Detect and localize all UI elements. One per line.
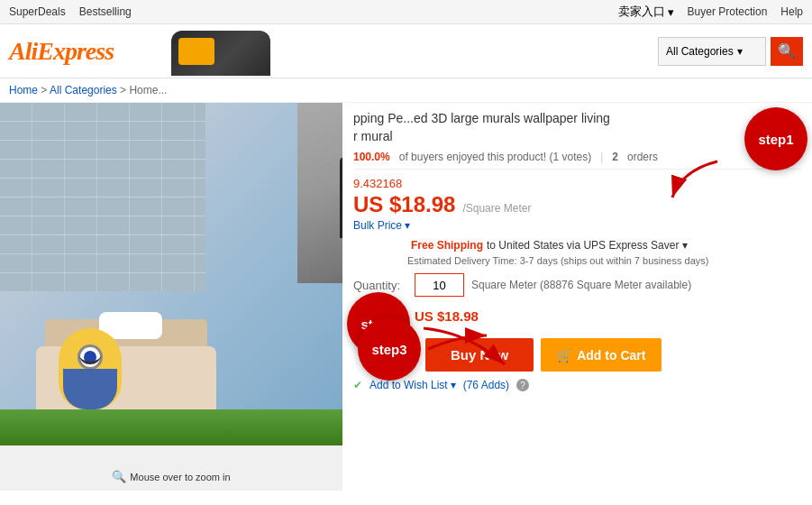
shipping-dropdown-icon: ▾ (682, 239, 688, 252)
bulk-price[interactable]: Bulk Price ▾ (353, 219, 801, 232)
buyers-text: of buyers enjoyed this product! (1 votes… (399, 151, 591, 163)
bw-wall (297, 103, 342, 283)
help-icon: ? (516, 379, 529, 391)
price-row: 9.432168 (353, 177, 801, 190)
product-images: 123 (0, 103, 342, 491)
add-to-cart-label: Add to Cart (577, 348, 645, 363)
bulk-price-label: Bulk Price (353, 219, 402, 232)
breadcrumb-all-categories[interactable]: All Categories (50, 84, 117, 96)
minion-overalls (63, 369, 117, 409)
header: AliExpress All Categories ▾ 🔍 (0, 24, 812, 78)
product-title: pping Pe...ed 3D large murals wallpaper … (353, 110, 801, 145)
top-nav-left: SuperDeals Bestselling (9, 5, 132, 18)
zoom-text: 🔍 Mouse over to zoom in (112, 470, 230, 483)
price-main-row: US $18.98 /Square Meter (353, 192, 801, 217)
shipping-row: Free Shipping to United States via UPS E… (353, 239, 801, 252)
orders-count: 2 (612, 151, 618, 163)
logo-text: AliExpress (9, 37, 114, 65)
breadcrumb-home[interactable]: Home (9, 84, 38, 96)
step3-circle: step3 (358, 317, 421, 381)
brick-overlay (0, 103, 205, 291)
minion-body (59, 328, 122, 409)
ratings-percentage: 100.0% (353, 151, 390, 163)
cart-icon: 🛒 (557, 348, 572, 363)
grass-strip (0, 409, 342, 445)
minion-figure (54, 310, 126, 418)
breadcrumb: Home > All Categories > Home... (0, 78, 812, 103)
shipping-destination: to United States via UPS Express Saver (487, 239, 679, 252)
buyer-protection-link[interactable]: Buyer Protection (688, 5, 768, 18)
step1-circle: step1 (744, 107, 807, 170)
product-info: step1 pping Pe...ed 3D large murals wall… (342, 103, 812, 491)
wishlist-chevron: ▾ (451, 379, 456, 391)
step3-label: step3 (371, 342, 406, 357)
seller-entry-label: 卖家入口 (618, 4, 665, 20)
wishlist-count: (76 Adds) (463, 379, 509, 391)
category-label: All Categories (666, 45, 734, 58)
search-area: All Categories ▾ 🔍 (658, 37, 803, 66)
header-promo-image (162, 26, 306, 76)
quantity-decimal: 9.432168 (353, 177, 402, 190)
seller-entry[interactable]: 卖家入口 ▾ (618, 4, 674, 20)
free-shipping-label: Free Shipping (411, 239, 483, 252)
ratings-row: 100.0% of buyers enjoyed this product! (… (353, 151, 801, 170)
product-photo: 123 (0, 103, 342, 445)
wishlist-row: ✔ Add to Wish List ▾ (76 Adds) ? (353, 379, 801, 391)
step1-label: step1 (758, 132, 793, 147)
search-icon: 🔍 (778, 42, 796, 60)
category-chevron-icon: ▾ (737, 45, 743, 58)
step1-arrow (654, 152, 726, 207)
seller-dropdown-icon: ▾ (668, 5, 674, 19)
main-content: 123 (0, 103, 812, 491)
category-dropdown[interactable]: All Categories ▾ (658, 37, 766, 66)
tape-measure-image (171, 31, 270, 76)
check-icon: ✔ (353, 379, 362, 391)
quantity-row: Quantity: Square Meter (88876 Square Met… (353, 273, 801, 297)
zoom-label: Mouse over to zoom in (130, 472, 230, 482)
breadcrumb-current: Home... (129, 84, 167, 96)
delivery-text: Estimated Delivery Time: 3-7 days (ships… (407, 255, 708, 266)
wishlist-label: Add to Wish List (370, 379, 448, 391)
quantity-unit: Square Meter (88876 Square Meter availab… (471, 279, 691, 291)
orders-text: orders (627, 151, 658, 163)
quantity-label: Quantity: (353, 279, 407, 292)
zoom-icon: 🔍 (112, 470, 126, 483)
room-furniture (0, 319, 342, 445)
delivery-row: Estimated Delivery Time: 3-7 days (ships… (353, 255, 801, 266)
step3-arrow (424, 317, 496, 354)
top-navigation: SuperDeals Bestselling 卖家入口 ▾ Buyer Prot… (0, 0, 812, 24)
product-main-image[interactable]: 123 (0, 103, 342, 445)
logo: AliExpress (9, 37, 153, 66)
top-nav-right: 卖家入口 ▾ Buyer Protection Help (618, 4, 803, 20)
bw-photo (297, 103, 342, 283)
search-button[interactable]: 🔍 (771, 37, 803, 66)
bulk-price-icon: ▾ (405, 219, 410, 232)
help-link[interactable]: Help (780, 5, 803, 18)
bestselling-link[interactable]: Bestselling (79, 5, 132, 18)
price-block: 9.432168 US $18.98 /Square Meter Bulk Pr… (353, 177, 801, 232)
wishlist-button[interactable]: Add to Wish List ▾ (370, 379, 456, 391)
price-unit: /Square Meter (462, 202, 531, 215)
price-main: US $18.98 (353, 192, 455, 217)
superdeals-link[interactable]: SuperDeals (9, 5, 66, 18)
quantity-input[interactable] (415, 273, 464, 297)
add-to-cart-button[interactable]: 🛒 Add to Cart (541, 338, 661, 372)
